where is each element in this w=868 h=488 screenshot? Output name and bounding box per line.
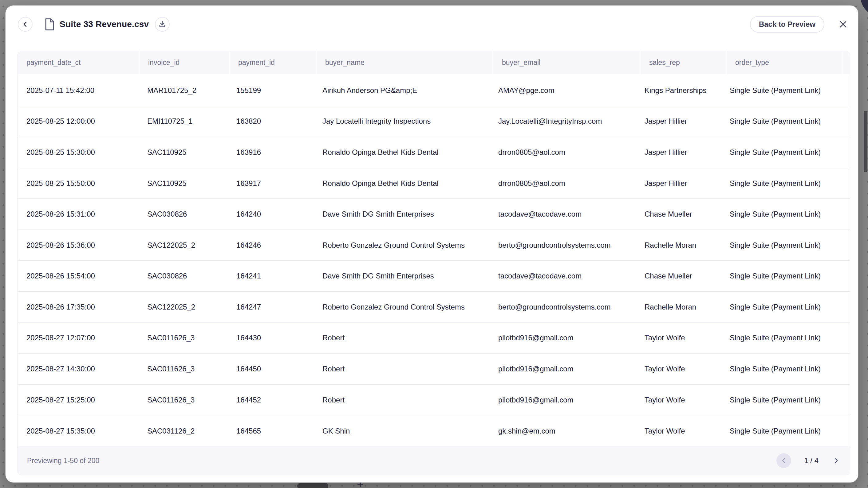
table-cell-buyer_email: berto@groundcontrolsystems.com — [490, 230, 636, 261]
table-cell-x — [837, 168, 850, 199]
table-row: 2025-08-25 15:30:00SAC110925163916Ronald… — [18, 137, 850, 168]
table-cell-payment_date_ct: 2025-08-25 15:30:00 — [18, 137, 138, 168]
close-button[interactable] — [838, 20, 848, 29]
table-cell-payment_id: 163917 — [228, 168, 314, 199]
table-cell-order_type: Single Suite (Payment Link) — [721, 230, 837, 261]
table-cell-buyer_name: Ronaldo Opinga Bethel Kids Dental — [314, 137, 490, 168]
table-row: 2025-08-25 12:00:00EMI110725_1163820Jay … — [18, 106, 850, 137]
table-cell-buyer_email: pilotbd916@gmail.com — [490, 353, 636, 384]
table-cell-payment_date_ct: 2025-08-27 15:25:00 — [18, 384, 138, 415]
table-cell-buyer_name: Dave Smith DG Smith Enterprises — [314, 261, 490, 291]
table-cell-order_type: Single Suite (Payment Link) — [721, 353, 837, 384]
table-cell-invoice_id: SAC030826 — [138, 199, 228, 230]
next-page-button[interactable] — [831, 456, 841, 465]
table-cell-buyer_email: berto@groundcontrolsystems.com — [490, 292, 636, 322]
table-cell-x — [837, 415, 850, 447]
table-cell-order_type: Single Suite (Payment Link) — [721, 323, 837, 353]
table-body: 2025-07-11 15:42:00MAR101725_2155199Airi… — [18, 75, 850, 447]
preview-range-text: Previewing 1-50 of 200 — [27, 457, 99, 465]
table-cell-payment_date_ct: 2025-07-11 15:42:00 — [18, 75, 138, 106]
column-header-x: x — [843, 51, 850, 74]
table-cell-sales_rep: Rachelle Moran — [636, 230, 721, 261]
column-header-buyer_name: buyer_name — [317, 51, 492, 74]
table-cell-buyer_name: Dave Smith DG Smith Enterprises — [314, 199, 490, 230]
table-cell-buyer_name: Ronaldo Opinga Bethel Kids Dental — [314, 168, 490, 199]
table-cell-payment_date_ct: 2025-08-27 15:35:00 — [18, 415, 138, 447]
download-button[interactable] — [155, 17, 170, 32]
column-header-payment_id: payment_id — [229, 51, 316, 74]
table-cell-buyer_name: Robert — [314, 323, 490, 353]
table-cell-sales_rep: Jasper Hillier — [636, 137, 721, 168]
table-cell-payment_date_ct: 2025-08-26 15:36:00 — [18, 230, 138, 261]
table-row: 2025-08-26 17:35:00SAC122025_2164247Robe… — [18, 292, 850, 323]
table-cell-invoice_id: EMI110725_1 — [138, 106, 228, 137]
table-footer: Previewing 1-50 of 200 1 / 4 — [18, 446, 850, 475]
table-cell-sales_rep: Rachelle Moran — [636, 292, 721, 322]
horizontal-scrollbar-thumb[interactable] — [297, 483, 328, 488]
table-cell-payment_id: 155199 — [228, 75, 314, 106]
table-cell-sales_rep: Jasper Hillier — [636, 168, 721, 199]
download-icon — [159, 21, 166, 28]
table-cell-order_type: Single Suite (Payment Link) — [721, 384, 837, 415]
table-cell-order_type: Single Suite (Payment Link) — [721, 75, 837, 106]
vertical-scrollbar-thumb[interactable] — [864, 111, 867, 172]
table-cell-buyer_name: Robert — [314, 384, 490, 415]
table-cell-invoice_id: SAC031126_2 — [138, 415, 228, 447]
table-cell-x — [837, 261, 850, 291]
table-cell-order_type: Single Suite (Payment Link) — [721, 415, 837, 447]
table-cell-payment_date_ct: 2025-08-27 14:30:00 — [18, 353, 138, 384]
table-cell-payment_date_ct: 2025-08-25 12:00:00 — [18, 106, 138, 137]
previous-page-button[interactable] — [776, 453, 791, 468]
table-cell-buyer_email: pilotbd916@gmail.com — [490, 384, 636, 415]
table-cell-x — [837, 75, 850, 106]
table-cell-order_type: Single Suite (Payment Link) — [721, 292, 837, 322]
table-cell-payment_id: 164452 — [228, 384, 314, 415]
table-row: 2025-07-11 15:42:00MAR101725_2155199Airi… — [18, 75, 850, 106]
column-header-order_type: order_type — [726, 51, 842, 74]
column-header-payment_date_ct: payment_date_ct — [18, 51, 138, 74]
table-cell-x — [837, 292, 850, 322]
table-cell-payment_date_ct: 2025-08-27 12:07:00 — [18, 323, 138, 353]
table-cell-order_type: Single Suite (Payment Link) — [721, 261, 837, 291]
table-cell-buyer_email: drron0805@aol.com — [490, 137, 636, 168]
table-row: 2025-08-26 15:36:00SAC122025_2164246Robe… — [18, 230, 850, 261]
dialog-header: Suite 33 Revenue.csv Back to Preview — [18, 17, 848, 32]
chevron-right-icon — [834, 458, 838, 464]
back-button[interactable] — [18, 17, 33, 32]
table-cell-order_type: Single Suite (Payment Link) — [721, 199, 837, 230]
table-cell-payment_id: 164450 — [228, 353, 314, 384]
table-cell-sales_rep: Jasper Hillier — [636, 106, 721, 137]
table-cell-payment_id: 164241 — [228, 261, 314, 291]
file-document-icon — [44, 18, 55, 31]
table-header-row: payment_date_ctinvoice_idpayment_idbuyer… — [18, 51, 850, 74]
table-cell-payment_id: 164565 — [228, 415, 314, 447]
table-cell-payment_id: 164430 — [228, 323, 314, 353]
chevron-left-icon — [23, 21, 28, 28]
file-title: Suite 33 Revenue.csv — [60, 19, 149, 29]
table-row: 2025-08-27 12:07:00SAC011626_3164430Robe… — [18, 323, 850, 354]
table-cell-payment_id: 164240 — [228, 199, 314, 230]
table-cell-x — [837, 323, 850, 353]
table-cell-invoice_id: SAC110925 — [138, 168, 228, 199]
page-indicator: 1 / 4 — [804, 456, 818, 465]
table-cell-sales_rep: Taylor Wolfe — [636, 323, 721, 353]
table-cell-invoice_id: SAC030826 — [138, 261, 228, 291]
table-cell-buyer_email: tacodave@tacodave.com — [490, 261, 636, 291]
table-cell-payment_id: 164247 — [228, 292, 314, 322]
table-cell-buyer_email: AMAY@pge.com — [490, 75, 636, 106]
table-cell-sales_rep: Taylor Wolfe — [636, 384, 721, 415]
table-cell-order_type: Single Suite (Payment Link) — [721, 106, 837, 137]
table-cell-x — [837, 353, 850, 384]
csv-table: payment_date_ctinvoice_idpayment_idbuyer… — [18, 51, 850, 476]
table-cell-order_type: Single Suite (Payment Link) — [721, 137, 837, 168]
table-cell-invoice_id: SAC122025_2 — [138, 230, 228, 261]
column-header-buyer_email: buyer_email — [493, 51, 640, 74]
back-to-preview-button[interactable]: Back to Preview — [750, 16, 824, 33]
table-row: 2025-08-26 15:31:00SAC030826164240Dave S… — [18, 199, 850, 230]
background-dark-blob — [861, 0, 868, 16]
table-cell-invoice_id: SAC011626_3 — [138, 353, 228, 384]
table-cell-buyer_name: Airikuh Anderson PG&amp;E — [314, 75, 490, 106]
table-row: 2025-08-26 15:54:00SAC030826164241Dave S… — [18, 261, 850, 292]
table-cell-buyer_email: tacodave@tacodave.com — [490, 199, 636, 230]
table-row: 2025-08-27 15:25:00SAC011626_3164452Robe… — [18, 384, 850, 416]
